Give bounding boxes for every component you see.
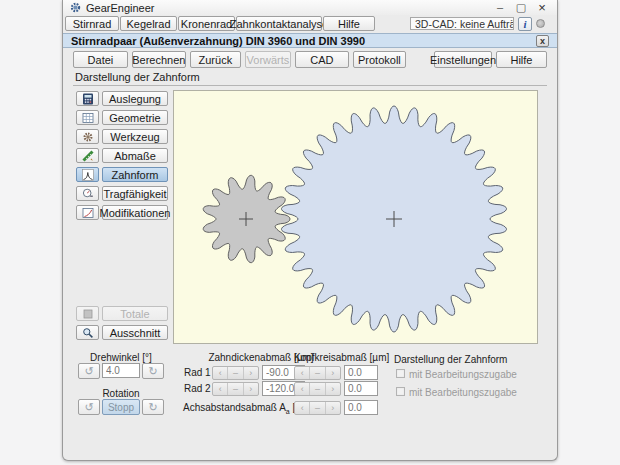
sidebar-item-geometrie: Geometrie <box>76 110 168 126</box>
close-button[interactable]: × <box>535 2 549 14</box>
info-button[interactable]: i <box>518 17 532 31</box>
sidebar-item-abmasse-label[interactable]: Abmaße <box>102 148 168 163</box>
toolbar-berechnen-button[interactable]: Berechnen <box>132 51 186 68</box>
rad2-label: Rad 2 <box>184 383 211 394</box>
document-title: Stirnradpaar (Außenverzahnung) DIN 3960 … <box>71 35 365 47</box>
sidebar-item-auslegung-label[interactable]: Auslegung <box>102 91 168 106</box>
achsabstand-stepper-next-button[interactable]: › <box>326 402 340 414</box>
modifikationen-icon-button[interactable] <box>76 205 99 220</box>
bearbeitungszugabe-1-label: mit Bearbeitungszugabe <box>409 369 517 380</box>
toolbar: Datei Berechnen Zurück Vorwärts CAD Prot… <box>73 51 547 69</box>
menu-hilfe[interactable]: Hilfe <box>323 16 375 31</box>
tool-gear-icon <box>82 131 94 143</box>
section-title: Darstellung der Zahnform <box>73 71 547 86</box>
gear-canvas[interactable] <box>173 90 538 344</box>
rad1-stepper-prev-button[interactable]: ‹ <box>213 367 228 379</box>
bearbeitungszugabe-2-label: mit Bearbeitungszugabe <box>409 387 517 398</box>
rad1-stepper-next-button[interactable]: › <box>244 367 258 379</box>
document-close-button[interactable]: x <box>536 35 549 47</box>
rad2-stepper-prev-button[interactable]: ‹ <box>213 383 228 395</box>
status-led <box>536 19 545 28</box>
minimize-button[interactable]: – <box>493 2 507 14</box>
menu-zahnkontaktanalyse[interactable]: Zahnkontaktanalyse <box>236 16 322 31</box>
toolbar-einstellungen-button[interactable]: Einstellungen <box>434 51 492 68</box>
sidebar-item-tragfaehigkeit-label[interactable]: Tragfähigkeit <box>102 186 168 201</box>
achsabstand-stepper: ‹ – › <box>294 401 341 415</box>
bearbeitungszugabe-1-checkbox <box>396 369 405 378</box>
achsabstand-stepper-prev-button[interactable]: ‹ <box>295 402 310 414</box>
kopfkreis-rad2-stepper: ‹ – › <box>294 382 341 396</box>
toolbar-datei-button[interactable]: Datei <box>73 51 128 68</box>
menu-stirnrad[interactable]: Stirnrad <box>65 16 119 31</box>
kopfkreis-rad1-stepper-next-button[interactable]: › <box>326 367 340 379</box>
maximize-button[interactable]: ▢ <box>514 2 528 14</box>
grid-table-icon <box>82 112 94 124</box>
ausschnitt-icon-button[interactable] <box>76 325 99 340</box>
title-bar: GearEngineer – ▢ × <box>63 0 557 15</box>
rotation-label: Rotation <box>78 388 164 399</box>
rotate-cw-button[interactable]: ↻ <box>142 363 164 379</box>
tooth-profile-icon <box>82 169 94 181</box>
view-totale-row: Totale <box>76 306 168 322</box>
drehwinkel-input[interactable] <box>102 363 140 378</box>
app-window: GearEngineer – ▢ × Stirnrad Kegelrad Kro… <box>62 0 558 461</box>
tragfaehigkeit-icon-button[interactable] <box>76 186 99 201</box>
toolbar-protokoll-button[interactable]: Protokoll <box>353 51 406 68</box>
kopfkreis-rad1-stepper-reset-button[interactable]: – <box>310 367 325 379</box>
kopfkreis-rad1-stepper: ‹ – › <box>294 366 341 380</box>
menu-kegelrad[interactable]: Kegelrad <box>120 16 177 31</box>
rad2-stepper: ‹ – › <box>212 382 259 396</box>
cad-status-cluster: 3D-CAD: keine Aufträge i <box>410 17 545 31</box>
toolbar-hilfe-button[interactable]: Hilfe <box>496 51 547 68</box>
bearbeitungszugabe-2-checkbox <box>396 387 405 396</box>
drehwinkel-label: Drehwinkel [°] <box>78 352 164 363</box>
achsabstand-stepper-reset-button[interactable]: – <box>310 402 325 414</box>
ausschnitt-button[interactable]: Ausschnitt <box>102 325 168 340</box>
app-icon <box>70 2 81 13</box>
rad2-stepper-next-button[interactable]: › <box>244 383 258 395</box>
werkzeug-icon-button[interactable] <box>76 129 99 144</box>
rotate-ccw-button[interactable]: ↺ <box>78 363 100 379</box>
kopfkreis-rad2-stepper-prev-button[interactable]: ‹ <box>295 383 310 395</box>
calculator-icon <box>82 93 94 105</box>
rad2-stepper-reset-button[interactable]: – <box>228 383 243 395</box>
sidebar-item-zahnform-label[interactable]: Zahnform <box>102 167 168 182</box>
sidebar-item-werkzeug-label[interactable]: Werkzeug <box>102 129 168 144</box>
achsabstand-label: Achsabstandsabmaß Aa [µm] <box>183 402 312 415</box>
kopfkreis-rad2-input[interactable] <box>344 381 378 396</box>
abmasse-icon-button[interactable] <box>76 148 99 163</box>
achsabstand-input[interactable] <box>344 400 378 415</box>
geometrie-icon-button[interactable] <box>76 110 99 125</box>
rotation-cw-button[interactable]: ↻ <box>142 399 164 415</box>
full-view-icon <box>82 308 94 320</box>
toolbar-vorwaerts-button: Vorwärts <box>245 51 291 68</box>
kopfkreis-rad1-input[interactable] <box>344 365 378 380</box>
kopfkreis-rad2-stepper-reset-button[interactable]: – <box>310 383 325 395</box>
gauge-icon <box>82 188 94 200</box>
kopfkreis-rad1-stepper-prev-button[interactable]: ‹ <box>295 367 310 379</box>
menu-kronenrad[interactable]: Kronenrad <box>178 16 235 31</box>
rotation-stop-button[interactable]: Stopp <box>102 399 140 415</box>
sidebar-item-zahnform: Zahnform <box>76 167 168 183</box>
sidebar-item-modifikationen: Modifikationen <box>76 205 168 221</box>
measure-ruler-icon <box>82 150 94 162</box>
rad1-stepper-reset-button[interactable]: – <box>228 367 243 379</box>
toolbar-cad-button[interactable]: CAD <box>295 51 349 68</box>
totale-icon-button <box>76 306 99 321</box>
gear-canvas-svg <box>174 91 537 343</box>
auslegung-icon-button[interactable] <box>76 91 99 106</box>
sidebar-item-auslegung: Auslegung <box>76 91 168 107</box>
sidebar-item-modifikationen-label[interactable]: Modifikationen <box>102 205 168 220</box>
window-title: GearEngineer <box>86 2 155 14</box>
magnifier-icon <box>82 327 94 339</box>
kopfkreis-rad2-stepper-next-button[interactable]: › <box>326 383 340 395</box>
zahnform-icon-button[interactable] <box>76 167 99 182</box>
darstellung-label: Darstellung der Zahnform <box>394 354 507 365</box>
sidebar-item-geometrie-label[interactable]: Geometrie <box>102 110 168 125</box>
rotation-ccw-button[interactable]: ↺ <box>78 399 100 415</box>
window-controls: – ▢ × <box>493 2 549 14</box>
sidebar-item-abmasse: Abmaße <box>76 148 168 164</box>
totale-button: Totale <box>102 306 168 321</box>
toolbar-zurueck-button[interactable]: Zurück <box>190 51 241 68</box>
sidebar-item-tragfaehigkeit: Tragfähigkeit <box>76 186 168 202</box>
